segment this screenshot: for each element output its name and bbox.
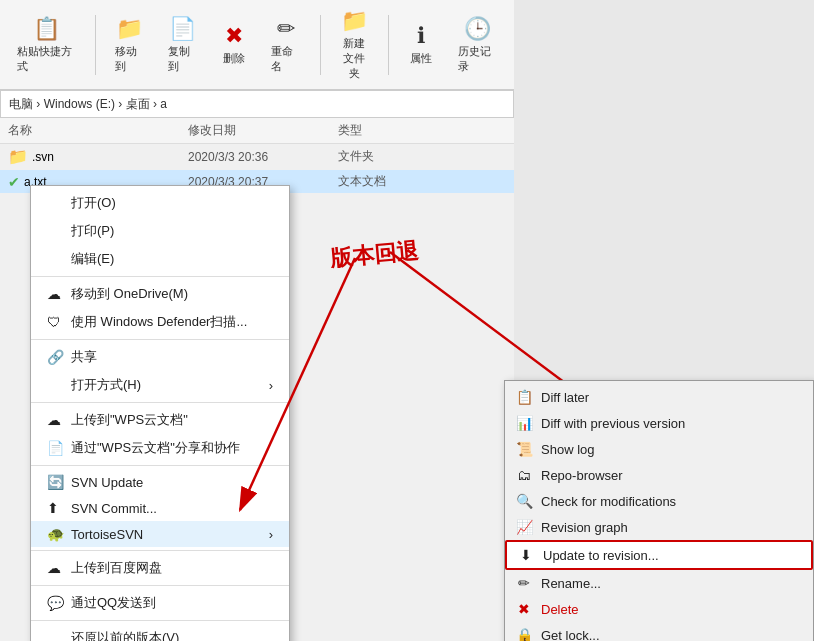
copy-icon: 📄	[169, 16, 196, 42]
move-label: 移动到	[115, 44, 144, 74]
delete-button[interactable]: ✖ 删除	[212, 18, 256, 71]
properties-label: 属性	[410, 51, 432, 66]
history-icon: 🕒	[464, 16, 491, 42]
svn-update-revision[interactable]: ⬇Update to revision...	[505, 540, 813, 570]
cm-sep-6	[31, 585, 289, 586]
rename-button[interactable]: ✏ 重命名	[262, 11, 309, 79]
svn-diff-later[interactable]: 📋Diff later	[505, 384, 813, 410]
cm-wps-share[interactable]: 📄通过"WPS云文档"分享和协作	[31, 434, 289, 462]
context-menu-windows: 打开(O) 打印(P) 编辑(E) ☁移动到 OneDrive(M) 🛡使用 W…	[30, 185, 290, 641]
svn-delete[interactable]: ✖Delete	[505, 596, 813, 622]
cm-edit[interactable]: 编辑(E)	[31, 245, 289, 273]
copy-label: 复制到	[168, 44, 197, 74]
file-name-svn: 📁 .svn	[8, 147, 188, 166]
cm-svn-update[interactable]: 🔄SVN Update	[31, 469, 289, 495]
cm-baidu[interactable]: ☁上传到百度网盘	[31, 554, 289, 582]
paste-button[interactable]: 📋 粘贴快捷方式	[8, 11, 85, 79]
paste-label: 粘贴快捷方式	[17, 44, 76, 74]
properties-icon: ℹ	[417, 23, 425, 49]
svn-revision-graph[interactable]: 📈Revision graph	[505, 514, 813, 540]
cm-wps-upload[interactable]: ☁上传到"WPS云文档"	[31, 406, 289, 434]
svn-rename[interactable]: ✏Rename...	[505, 570, 813, 596]
cm-sep-1	[31, 276, 289, 277]
cm-sep-4	[31, 465, 289, 466]
cm-print[interactable]: 打印(P)	[31, 217, 289, 245]
breadcrumb: 电脑 › Windows (E:) › 桌面 › a	[0, 90, 514, 118]
breadcrumb-text: 电脑 › Windows (E:) › 桌面 › a	[9, 96, 167, 113]
cm-tortoisesvn[interactable]: 🐢TortoiseSVN ›	[31, 521, 289, 547]
new-folder-button[interactable]: 📁 新建 文件夹	[331, 3, 378, 86]
properties-button[interactable]: ℹ 属性	[399, 18, 443, 71]
history-button[interactable]: 🕒 历史记录	[449, 11, 506, 79]
move-icon: 📁	[116, 16, 143, 42]
cm-qq[interactable]: 💬通过QQ发送到	[31, 589, 289, 617]
cm-defender[interactable]: 🛡使用 Windows Defender扫描...	[31, 308, 289, 336]
rename-icon: ✏	[277, 16, 295, 42]
svn-diff-previous[interactable]: 📊Diff with previous version	[505, 410, 813, 436]
paste-icon: 📋	[33, 16, 60, 42]
toolbar-sep-1	[95, 15, 96, 75]
delete-label: 删除	[223, 51, 245, 66]
svn-icon: ✔	[8, 174, 20, 190]
file-date-svn: 2020/3/3 20:36	[188, 150, 338, 164]
cm-sep-3	[31, 402, 289, 403]
copy-button[interactable]: 📄 复制到	[159, 11, 206, 79]
cm-sep-5	[31, 550, 289, 551]
table-row[interactable]: 📁 .svn 2020/3/3 20:36 文件夹	[0, 144, 514, 170]
move-button[interactable]: 📁 移动到	[106, 11, 153, 79]
cm-svn-commit[interactable]: ⬆SVN Commit...	[31, 495, 289, 521]
svn-get-lock[interactable]: 🔒Get lock...	[505, 622, 813, 641]
svn-show-log[interactable]: 📜Show log	[505, 436, 813, 462]
col-header-date: 修改日期	[188, 122, 338, 139]
cm-restore[interactable]: 还原以前的版本(V)	[31, 624, 289, 641]
toolbar-sep-2	[320, 15, 321, 75]
rename-label: 重命名	[271, 44, 300, 74]
file-list-header: 名称 修改日期 类型	[0, 118, 514, 144]
folder-icon: 📁	[8, 147, 28, 166]
col-header-name: 名称	[8, 122, 188, 139]
col-header-type: 类型	[338, 122, 438, 139]
svn-submenu: 📋Diff later 📊Diff with previous version …	[504, 380, 814, 641]
cm-sep-7	[31, 620, 289, 621]
cm-share[interactable]: 🔗共享	[31, 343, 289, 371]
new-folder-label: 新建 文件夹	[340, 36, 369, 81]
toolbar-sep-3	[388, 15, 389, 75]
toolbar: 📋 粘贴快捷方式 📁 移动到 📄 复制到 ✖ 删除 ✏ 重命名 📁 新建 文件夹…	[0, 0, 514, 90]
cm-open[interactable]: 打开(O)	[31, 189, 289, 217]
cm-open-with[interactable]: 打开方式(H) ›	[31, 371, 289, 399]
delete-icon: ✖	[225, 23, 243, 49]
file-type-atxt: 文本文档	[338, 173, 438, 190]
cm-onedrive[interactable]: ☁移动到 OneDrive(M)	[31, 280, 289, 308]
file-list: 名称 修改日期 类型 📁 .svn 2020/3/3 20:36 文件夹 ✔ a…	[0, 118, 514, 194]
cm-sep-2	[31, 339, 289, 340]
svn-repo-browser[interactable]: 🗂Repo-browser	[505, 462, 813, 488]
svn-check-modifications[interactable]: 🔍Check for modifications	[505, 488, 813, 514]
new-folder-icon: 📁	[341, 8, 368, 34]
file-type-svn: 文件夹	[338, 148, 438, 165]
history-label: 历史记录	[458, 44, 497, 74]
